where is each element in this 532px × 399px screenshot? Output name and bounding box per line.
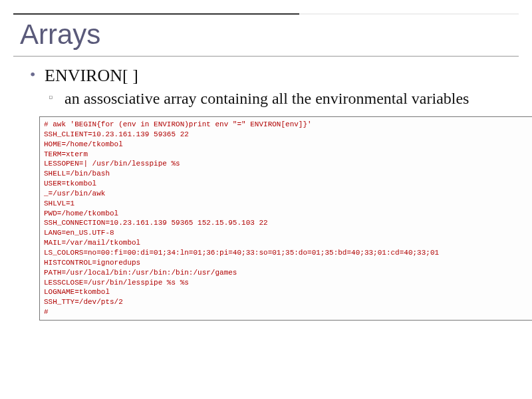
code-line: MAIL=/var/mail/tkombol — [44, 239, 140, 247]
code-line: SSH_TTY=/dev/pts/2 — [44, 298, 123, 306]
code-line: # awk 'BEGIN{for (env in ENVIRON)print e… — [44, 120, 312, 128]
code-line: # — [44, 308, 49, 316]
code-line: SHELL=/bin/bash — [44, 170, 110, 178]
code-line: LOGNAME=tkombol — [44, 288, 110, 296]
code-line: HOME=/home/tkombol — [44, 140, 123, 148]
slide: Arrays ENVIRON[ ] an assosciative array … — [0, 13, 532, 399]
bullet-description: an assosciative array containing all the… — [30, 88, 512, 108]
code-line: _=/usr/bin/awk — [44, 190, 105, 198]
bullet-list: ENVIRON[ ] an assosciative array contain… — [30, 66, 512, 108]
code-line: LESSCLOSE=/usr/bin/lesspipe %s %s — [44, 279, 189, 287]
code-block: # awk 'BEGIN{for (env in ENVIRON)print e… — [39, 116, 532, 321]
code-line: PATH=/usr/local/bin:/usr/bin:/bin:/usr/g… — [44, 269, 237, 277]
content-area: ENVIRON[ ] an assosciative array contain… — [0, 57, 532, 321]
code-line: SSH_CLIENT=10.23.161.139 59365 22 — [44, 130, 189, 138]
code-line: USER=tkombol — [44, 180, 96, 188]
code-line: HISTCONTROL=ignoredups — [44, 259, 140, 267]
title-bar: Arrays — [13, 13, 519, 57]
code-line: SSH_CONNECTION=10.23.161.139 59365 152.1… — [44, 219, 268, 227]
code-line: LANG=en_US.UTF-8 — [44, 229, 114, 237]
code-line: SHLVL=1 — [44, 200, 74, 207]
code-line: PWD=/home/tkombol — [44, 209, 118, 217]
code-line: LS_COLORS=no=00:fi=00:di=01;34:ln=01;36:… — [44, 249, 439, 257]
code-line: TERM=xterm — [44, 150, 88, 158]
page-title: Arrays — [13, 15, 519, 57]
code-line: LESSOPEN=| /usr/bin/lesspipe %s — [44, 160, 180, 168]
bullet-environ: ENVIRON[ ] — [30, 66, 512, 86]
